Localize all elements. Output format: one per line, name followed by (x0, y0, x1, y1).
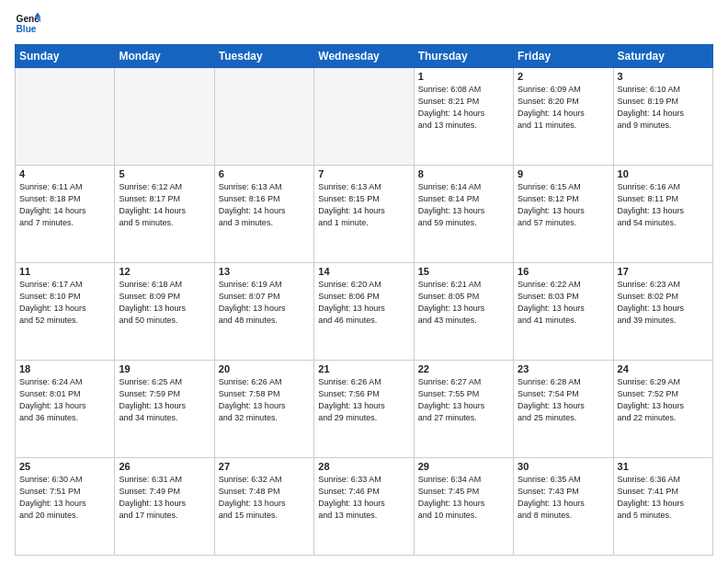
day-number: 7 (318, 168, 409, 179)
day-number: 1 (418, 71, 509, 82)
calendar-week-4: 18Sunrise: 6:24 AMSunset: 8:01 PMDayligh… (16, 361, 713, 458)
day-number: 27 (219, 461, 310, 472)
calendar-day-30: 30Sunrise: 6:35 AMSunset: 7:43 PMDayligh… (514, 458, 613, 556)
calendar-empty-cell (16, 68, 115, 166)
day-info: Sunrise: 6:28 AMSunset: 7:54 PMDaylight:… (518, 376, 609, 424)
calendar-empty-cell (314, 68, 414, 166)
header: General Blue (15, 11, 713, 37)
calendar-day-24: 24Sunrise: 6:29 AMSunset: 7:52 PMDayligh… (613, 361, 712, 458)
calendar-day-1: 1Sunrise: 6:08 AMSunset: 8:21 PMDaylight… (414, 68, 513, 166)
day-number: 25 (19, 461, 110, 472)
day-info: Sunrise: 6:31 AMSunset: 7:49 PMDaylight:… (119, 474, 210, 522)
weekday-header-saturday: Saturday (613, 45, 712, 68)
calendar-day-25: 25Sunrise: 6:30 AMSunset: 7:51 PMDayligh… (16, 458, 115, 556)
day-number: 13 (219, 266, 310, 277)
calendar-day-13: 13Sunrise: 6:19 AMSunset: 8:07 PMDayligh… (214, 263, 313, 361)
calendar-day-12: 12Sunrise: 6:18 AMSunset: 8:09 PMDayligh… (115, 263, 214, 361)
day-number: 15 (418, 266, 509, 277)
day-info: Sunrise: 6:25 AMSunset: 7:59 PMDaylight:… (119, 376, 210, 424)
calendar-empty-cell (115, 68, 214, 166)
day-info: Sunrise: 6:15 AMSunset: 8:12 PMDaylight:… (518, 181, 609, 229)
calendar-table: SundayMondayTuesdayWednesdayThursdayFrid… (15, 44, 713, 556)
day-number: 12 (119, 266, 210, 277)
day-info: Sunrise: 6:17 AMSunset: 8:10 PMDaylight:… (19, 279, 110, 327)
weekday-header-row: SundayMondayTuesdayWednesdayThursdayFrid… (16, 45, 713, 68)
calendar-day-9: 9Sunrise: 6:15 AMSunset: 8:12 PMDaylight… (514, 166, 613, 263)
day-number: 17 (618, 266, 709, 277)
day-number: 21 (318, 363, 409, 374)
day-number: 23 (518, 363, 609, 374)
calendar-day-20: 20Sunrise: 6:26 AMSunset: 7:58 PMDayligh… (214, 361, 313, 458)
day-number: 14 (318, 266, 409, 277)
day-number: 31 (618, 461, 709, 472)
calendar-day-23: 23Sunrise: 6:28 AMSunset: 7:54 PMDayligh… (514, 361, 613, 458)
calendar-day-14: 14Sunrise: 6:20 AMSunset: 8:06 PMDayligh… (314, 263, 414, 361)
calendar-day-17: 17Sunrise: 6:23 AMSunset: 8:02 PMDayligh… (613, 263, 712, 361)
generalblue-logo-icon: General Blue (15, 11, 40, 37)
day-info: Sunrise: 6:16 AMSunset: 8:11 PMDaylight:… (618, 181, 709, 229)
calendar-day-11: 11Sunrise: 6:17 AMSunset: 8:10 PMDayligh… (16, 263, 115, 361)
day-info: Sunrise: 6:26 AMSunset: 7:58 PMDaylight:… (219, 376, 310, 424)
day-info: Sunrise: 6:27 AMSunset: 7:55 PMDaylight:… (418, 376, 509, 424)
day-info: Sunrise: 6:34 AMSunset: 7:45 PMDaylight:… (418, 474, 509, 522)
calendar-week-2: 4Sunrise: 6:11 AMSunset: 8:18 PMDaylight… (16, 166, 713, 263)
calendar-day-29: 29Sunrise: 6:34 AMSunset: 7:45 PMDayligh… (414, 458, 513, 556)
day-info: Sunrise: 6:23 AMSunset: 8:02 PMDaylight:… (618, 279, 709, 327)
day-info: Sunrise: 6:36 AMSunset: 7:41 PMDaylight:… (618, 474, 709, 522)
calendar-day-5: 5Sunrise: 6:12 AMSunset: 8:17 PMDaylight… (115, 166, 214, 263)
day-number: 9 (518, 168, 609, 179)
day-number: 26 (119, 461, 210, 472)
day-info: Sunrise: 6:22 AMSunset: 8:03 PMDaylight:… (518, 279, 609, 327)
svg-text:Blue: Blue (17, 24, 37, 34)
day-number: 19 (119, 363, 210, 374)
day-info: Sunrise: 6:18 AMSunset: 8:09 PMDaylight:… (119, 279, 210, 327)
day-number: 11 (19, 266, 110, 277)
day-info: Sunrise: 6:11 AMSunset: 8:18 PMDaylight:… (19, 181, 110, 229)
calendar-day-31: 31Sunrise: 6:36 AMSunset: 7:41 PMDayligh… (613, 458, 712, 556)
logo: General Blue (15, 11, 40, 37)
calendar-day-10: 10Sunrise: 6:16 AMSunset: 8:11 PMDayligh… (613, 166, 712, 263)
day-info: Sunrise: 6:10 AMSunset: 8:19 PMDaylight:… (618, 84, 709, 132)
day-info: Sunrise: 6:08 AMSunset: 8:21 PMDaylight:… (418, 84, 509, 132)
calendar-empty-cell (214, 68, 313, 166)
day-info: Sunrise: 6:35 AMSunset: 7:43 PMDaylight:… (518, 474, 609, 522)
day-info: Sunrise: 6:20 AMSunset: 8:06 PMDaylight:… (318, 279, 409, 327)
calendar-day-28: 28Sunrise: 6:33 AMSunset: 7:46 PMDayligh… (314, 458, 414, 556)
day-number: 3 (618, 71, 709, 82)
day-info: Sunrise: 6:33 AMSunset: 7:46 PMDaylight:… (318, 474, 409, 522)
calendar-day-27: 27Sunrise: 6:32 AMSunset: 7:48 PMDayligh… (214, 458, 313, 556)
day-info: Sunrise: 6:19 AMSunset: 8:07 PMDaylight:… (219, 279, 310, 327)
calendar-week-5: 25Sunrise: 6:30 AMSunset: 7:51 PMDayligh… (16, 458, 713, 556)
day-info: Sunrise: 6:26 AMSunset: 7:56 PMDaylight:… (318, 376, 409, 424)
weekday-header-tuesday: Tuesday (214, 45, 313, 68)
day-number: 24 (618, 363, 709, 374)
day-info: Sunrise: 6:32 AMSunset: 7:48 PMDaylight:… (219, 474, 310, 522)
page: General Blue SundayMondayTuesdayWednesda… (0, 0, 728, 563)
calendar-day-7: 7Sunrise: 6:13 AMSunset: 8:15 PMDaylight… (314, 166, 414, 263)
day-number: 5 (119, 168, 210, 179)
day-info: Sunrise: 6:09 AMSunset: 8:20 PMDaylight:… (518, 84, 609, 132)
day-number: 20 (219, 363, 310, 374)
day-info: Sunrise: 6:12 AMSunset: 8:17 PMDaylight:… (119, 181, 210, 229)
day-number: 16 (518, 266, 609, 277)
day-number: 4 (19, 168, 110, 179)
calendar-day-2: 2Sunrise: 6:09 AMSunset: 8:20 PMDaylight… (514, 68, 613, 166)
day-number: 22 (418, 363, 509, 374)
calendar-day-4: 4Sunrise: 6:11 AMSunset: 8:18 PMDaylight… (16, 166, 115, 263)
calendar-day-18: 18Sunrise: 6:24 AMSunset: 8:01 PMDayligh… (16, 361, 115, 458)
calendar-day-15: 15Sunrise: 6:21 AMSunset: 8:05 PMDayligh… (414, 263, 513, 361)
weekday-header-thursday: Thursday (414, 45, 513, 68)
calendar-day-6: 6Sunrise: 6:13 AMSunset: 8:16 PMDaylight… (214, 166, 313, 263)
calendar-day-21: 21Sunrise: 6:26 AMSunset: 7:56 PMDayligh… (314, 361, 414, 458)
weekday-header-wednesday: Wednesday (314, 45, 414, 68)
day-number: 2 (518, 71, 609, 82)
day-info: Sunrise: 6:21 AMSunset: 8:05 PMDaylight:… (418, 279, 509, 327)
day-number: 29 (418, 461, 509, 472)
calendar-week-3: 11Sunrise: 6:17 AMSunset: 8:10 PMDayligh… (16, 263, 713, 361)
day-info: Sunrise: 6:13 AMSunset: 8:16 PMDaylight:… (219, 181, 310, 229)
calendar-day-26: 26Sunrise: 6:31 AMSunset: 7:49 PMDayligh… (115, 458, 214, 556)
calendar-day-16: 16Sunrise: 6:22 AMSunset: 8:03 PMDayligh… (514, 263, 613, 361)
day-number: 28 (318, 461, 409, 472)
day-number: 18 (19, 363, 110, 374)
calendar-week-1: 1Sunrise: 6:08 AMSunset: 8:21 PMDaylight… (16, 68, 713, 166)
